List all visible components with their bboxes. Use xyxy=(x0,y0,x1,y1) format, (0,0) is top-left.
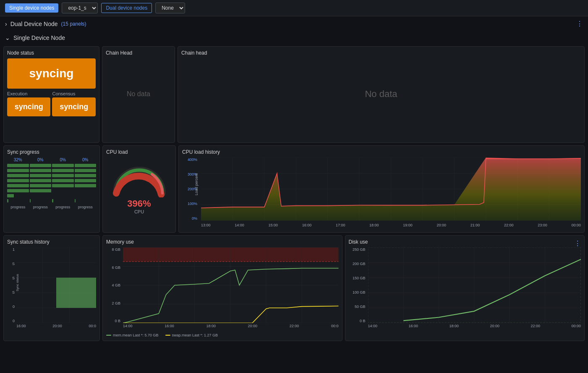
execution-label: Execution xyxy=(7,91,50,96)
chain-head-title: Chain Head xyxy=(106,50,171,56)
sync-history-svg xyxy=(16,247,96,323)
y-s1: S xyxy=(12,262,15,266)
progress-label-1: progress xyxy=(30,205,52,209)
y-label-0: 0% xyxy=(192,216,197,221)
progress-header-3: 0% xyxy=(75,158,97,162)
cpu-history-y-axis-label: Load percent xyxy=(194,173,199,195)
progress-bar-row-5 xyxy=(7,189,96,192)
single-section-title: Single Device Node xyxy=(13,34,65,41)
single-device-section-header[interactable]: ⌄ Single Device Node xyxy=(0,31,588,45)
sync-history-y-labels: 1 S S S 0 0 xyxy=(7,247,15,323)
dual-device-section-header[interactable]: › Dual Device Node (15 panels) ⋮ xyxy=(0,16,588,31)
node-status-title: Node status xyxy=(7,50,96,56)
memory-canvas xyxy=(123,247,339,323)
consensus-label: Consensus xyxy=(52,91,95,96)
y-0b: 0 B xyxy=(360,319,366,323)
progress-bar-row-2 xyxy=(7,174,96,177)
chain-head-large-title: Chain head xyxy=(181,50,581,56)
y-2gb: 2 GB xyxy=(112,301,120,305)
sync-history-panel: Sync status history 1 S S S 0 0 Sync sta… xyxy=(3,235,100,341)
disk-y-labels: 250 GB 200 GB 150 GB 100 GB 50 GB 0 B xyxy=(349,247,366,323)
chain-head-large-panel: Chain head No data xyxy=(178,46,585,143)
progress-label-3: progress xyxy=(75,205,97,209)
x-19: 19:00 xyxy=(403,223,413,227)
progress-bar-row-4 xyxy=(7,184,96,187)
none-selector[interactable]: None xyxy=(155,3,185,13)
x-14: 14:00 xyxy=(235,223,244,227)
grid-row-2: Sync progress 32% 0% 0% 0% xyxy=(3,145,585,233)
y-250gb: 250 GB xyxy=(353,247,366,252)
single-device-tab[interactable]: Single device nodes xyxy=(5,3,58,13)
dual-device-tab[interactable]: Dual device nodes xyxy=(101,3,152,13)
progress-bar-row-0 xyxy=(7,164,96,167)
cpu-gauge-label: CPU xyxy=(134,209,144,214)
x-18: 18:00 xyxy=(369,223,379,227)
disk-more-icon[interactable]: ⋮ xyxy=(574,239,581,247)
consensus-container: Consensus syncing xyxy=(52,91,95,116)
cpu-history-x-labels: 13:00 14:00 15:00 16:00 17:00 18:00 19:0… xyxy=(201,221,581,229)
memory-x-labels: 14:00 16:00 18:00 20:00 22:00 00:0 xyxy=(123,324,339,331)
swap-legend-item: swap.mean Last *: 1.27 GB xyxy=(165,333,218,337)
x-20: 20:00 xyxy=(490,324,499,331)
progress-bars xyxy=(7,164,96,203)
x-00: 00:0 xyxy=(89,324,96,331)
disk-canvas xyxy=(368,247,581,323)
memory-y-labels: 8 GB 6 GB 4 GB 2 GB 0 B xyxy=(106,247,121,323)
progress-bar-row-7 xyxy=(7,199,96,202)
x-22: 22:00 xyxy=(290,324,299,331)
sync-progress-panel: Sync progress 32% 0% 0% 0% xyxy=(3,145,100,233)
cpu-history-canvas xyxy=(201,158,581,221)
x-22: 22:00 xyxy=(531,324,540,331)
y-4gb: 4 GB xyxy=(112,283,120,287)
progress-header-row: 32% 0% 0% 0% xyxy=(7,158,96,162)
memory-chart-area: 8 GB 6 GB 4 GB 2 GB 0 B xyxy=(106,247,339,331)
sync-history-canvas xyxy=(16,247,96,323)
y-6gb: 6 GB xyxy=(112,265,120,270)
progress-bar-row-3 xyxy=(7,179,96,182)
x-20: 20:00 xyxy=(52,324,62,331)
cpu-gauge-value: 396% xyxy=(127,198,151,209)
cpu-history-panel: CPU load history 400% 300% 200% 100% 0% … xyxy=(178,145,585,233)
memory-title: Memory use xyxy=(106,239,339,245)
cpu-load-title: CPU load xyxy=(106,149,172,155)
cpu-history-title: CPU load history xyxy=(182,149,581,155)
mem-legend-dot xyxy=(106,335,111,336)
consensus-status: syncing xyxy=(52,97,95,116)
y-label-400: 400% xyxy=(188,158,197,162)
more-icon[interactable]: ⋮ xyxy=(576,20,583,28)
x-21: 21:00 xyxy=(470,223,480,227)
y-200gb: 200 GB xyxy=(353,262,366,266)
sync-history-x-labels: 16:00 20:00 00:0 xyxy=(16,324,96,331)
node-status-panel: Node status syncing Execution syncing Co… xyxy=(3,46,99,143)
x-23: 23:00 xyxy=(538,223,547,227)
mem-legend-label: mem.mean Last *: 5.70 GB xyxy=(113,333,159,337)
sync-history-title: Sync status history xyxy=(7,239,96,245)
x-00: 00:0 xyxy=(331,324,339,331)
x-16: 16:00 xyxy=(165,324,174,331)
x-20: 20:00 xyxy=(437,223,447,227)
progress-bar-row-1 xyxy=(7,169,96,172)
y-s2: S xyxy=(12,276,15,280)
y-1: 1 xyxy=(13,247,15,252)
progress-header-2: 0% xyxy=(52,158,74,162)
disk-panel-header: Disk use ⋮ xyxy=(349,239,581,247)
memory-legend: mem.mean Last *: 5.70 GB swap.mean Last … xyxy=(106,333,339,337)
gauge-container: 396% CPU xyxy=(106,158,172,218)
x-18: 18:00 xyxy=(449,324,459,331)
y-0a: 0 xyxy=(13,305,15,309)
x-18: 18:00 xyxy=(206,324,216,331)
grid-row-1: Node status syncing Execution syncing Co… xyxy=(3,46,585,143)
execution-status: syncing xyxy=(7,97,50,116)
cpu-load-panel: CPU load 396% CPU xyxy=(102,145,176,233)
disk-chart-area: 250 GB 200 GB 150 GB 100 GB 50 GB 0 B xyxy=(349,247,581,331)
chain-head-no-data: No data xyxy=(106,58,171,130)
x-13: 13:00 xyxy=(201,223,211,227)
x-00: 00:00 xyxy=(571,223,581,227)
swap-legend-dot xyxy=(165,335,170,336)
disk-x-labels: 14:00 16:00 18:00 20:00 22:00 00:00 xyxy=(368,324,581,331)
chain-head-large-no-data: No data xyxy=(181,58,581,130)
x-16: 16:00 xyxy=(408,324,418,331)
y-150gb: 150 GB xyxy=(353,276,366,280)
device-selector[interactable]: eop-1_s xyxy=(62,3,98,13)
x-15: 15:00 xyxy=(268,223,278,227)
